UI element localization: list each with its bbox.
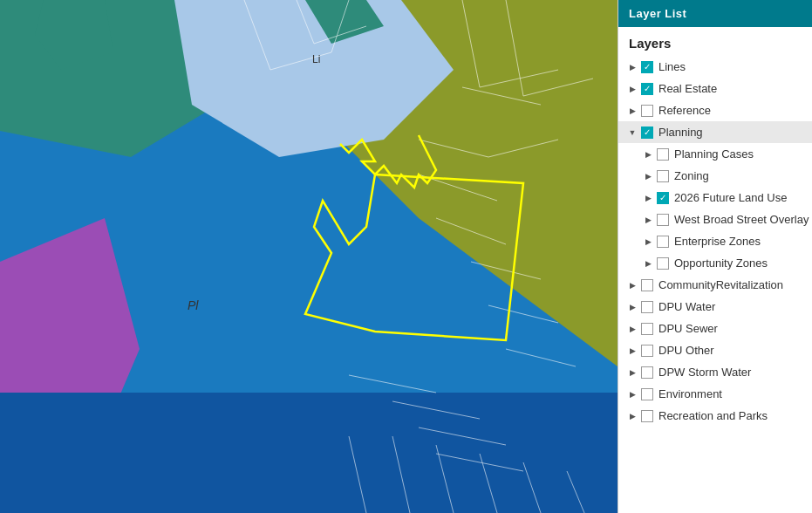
layer-label-planning-cases: Planning Cases — [674, 147, 754, 161]
layer-label-lines: Lines — [658, 60, 686, 73]
layer-item-dpw-storm-water[interactable]: DPW Storm Water — [618, 361, 812, 383]
layer-label-west-broad: West Broad Street Overlay District — [674, 213, 812, 226]
layer-label-future-land-use: 2026 Future Land Use — [674, 191, 787, 204]
layer-item-recreation-parks[interactable]: Recreation and Parks — [618, 405, 812, 427]
checkbox-reference[interactable] — [641, 105, 653, 117]
map-container[interactable]: Li Pl — [0, 0, 618, 513]
checkbox-dpu-other[interactable] — [641, 345, 653, 357]
layer-label-opportunity-zones: Opportunity Zones — [674, 256, 768, 270]
expand-arrow-recreation-parks[interactable] — [627, 411, 638, 421]
layer-item-community-revitalization[interactable]: CommunityRevitalization — [618, 274, 812, 296]
expand-arrow-reference[interactable] — [627, 106, 638, 116]
checkbox-enterprise-zones[interactable] — [657, 236, 669, 248]
expand-arrow-planning-cases[interactable] — [643, 149, 653, 160]
checkbox-future-land-use[interactable] — [657, 192, 669, 204]
layer-item-zoning[interactable]: Zoning — [618, 165, 812, 187]
layer-panel-header: Layer List — [618, 0, 812, 27]
layer-label-dpu-sewer: DPU Sewer — [658, 322, 718, 335]
layer-label-real-estate: Real Estate — [658, 82, 717, 95]
layer-label-reference: Reference — [658, 104, 711, 117]
layer-item-enterprise-zones[interactable]: Enterprise Zones — [618, 230, 812, 252]
layer-panel: Layer List Layers LinesReal EstateRefere… — [618, 0, 812, 513]
layer-label-enterprise-zones: Enterprise Zones — [674, 235, 761, 248]
layer-item-dpu-sewer[interactable]: DPU Sewer — [618, 318, 812, 339]
layer-label-recreation-parks: Recreation and Parks — [658, 409, 768, 422]
layer-label-dpw-storm-water: DPW Storm Water — [658, 366, 751, 379]
expand-arrow-opportunity-zones[interactable] — [643, 258, 653, 269]
layer-item-future-land-use[interactable]: 2026 Future Land Use — [618, 187, 812, 209]
expand-arrow-environment[interactable] — [627, 389, 638, 400]
layer-list: LinesReal EstateReferencePlanningPlannin… — [618, 56, 812, 513]
layer-label-environment: Environment — [658, 387, 722, 400]
expand-arrow-future-land-use[interactable] — [643, 193, 653, 203]
layer-item-reference[interactable]: Reference — [618, 99, 812, 121]
checkbox-community-revitalization[interactable] — [641, 279, 653, 291]
expand-arrow-dpu-sewer[interactable] — [627, 324, 638, 334]
pl-label: Pl — [188, 298, 199, 312]
checkbox-planning-cases[interactable] — [657, 148, 669, 161]
layer-label-community-revitalization: CommunityRevitalization — [658, 278, 783, 291]
layer-label-dpu-other: DPU Other — [658, 344, 714, 357]
expand-arrow-lines[interactable] — [627, 62, 638, 72]
checkbox-environment[interactable] — [641, 388, 653, 400]
layer-label-dpu-water: DPU Water — [658, 300, 715, 313]
expand-arrow-enterprise-zones[interactable] — [643, 236, 653, 247]
layer-label-zoning: Zoning — [674, 169, 709, 182]
expand-arrow-planning[interactable] — [627, 127, 638, 138]
checkbox-opportunity-zones[interactable] — [657, 257, 669, 270]
svg-marker-5 — [0, 393, 618, 513]
layer-item-west-broad[interactable]: West Broad Street Overlay District — [618, 209, 812, 230]
checkbox-planning[interactable] — [641, 127, 653, 139]
layer-item-lines[interactable]: Lines — [618, 56, 812, 78]
expand-arrow-community-revitalization[interactable] — [627, 280, 638, 291]
layer-label-planning: Planning — [658, 126, 703, 139]
li-label: Li — [312, 53, 320, 65]
expand-arrow-dpu-water[interactable] — [627, 302, 638, 312]
expand-arrow-dpu-other[interactable] — [627, 345, 638, 356]
checkbox-lines[interactable] — [641, 61, 653, 73]
checkbox-dpu-sewer[interactable] — [641, 323, 653, 335]
layer-item-planning-cases[interactable]: Planning Cases — [618, 143, 812, 165]
expand-arrow-real-estate[interactable] — [627, 84, 638, 94]
layer-item-dpu-other[interactable]: DPU Other — [618, 339, 812, 361]
layer-item-opportunity-zones[interactable]: Opportunity Zones — [618, 252, 812, 274]
layer-item-dpu-water[interactable]: DPU Water — [618, 296, 812, 318]
expand-arrow-west-broad[interactable] — [643, 215, 653, 225]
checkbox-real-estate[interactable] — [641, 83, 653, 95]
expand-arrow-dpw-storm-water[interactable] — [627, 367, 638, 378]
checkbox-west-broad[interactable] — [657, 214, 669, 226]
layer-item-real-estate[interactable]: Real Estate — [618, 78, 812, 99]
layer-panel-title: Layers — [618, 27, 812, 56]
checkbox-zoning[interactable] — [657, 170, 669, 182]
layer-item-planning[interactable]: Planning — [618, 121, 812, 143]
checkbox-dpu-water[interactable] — [641, 301, 653, 313]
layer-item-environment[interactable]: Environment — [618, 383, 812, 405]
checkbox-dpw-storm-water[interactable] — [641, 366, 653, 379]
checkbox-recreation-parks[interactable] — [641, 410, 653, 422]
expand-arrow-zoning[interactable] — [643, 171, 653, 181]
